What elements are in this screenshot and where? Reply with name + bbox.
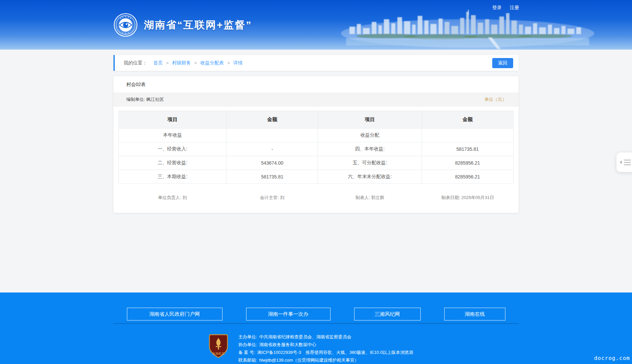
breadcrumb-detail[interactable]: 详情 (233, 60, 243, 66)
footer-info-lines: 主办单位:中共湖南省纪律检查委员会、湖南省监察委员会 协办单位:湖南省政务服务和… (238, 333, 413, 364)
breadcrumb-village-finance[interactable]: 村级财务 (172, 60, 191, 66)
row-amount (422, 129, 513, 142)
row-label: 二、经营收益: (119, 156, 227, 170)
breadcrumb-separator: > (227, 60, 230, 65)
row-amount: 8285956.21 (422, 170, 513, 184)
report-unit-row: 编制单位: 枫江社区 单位（元） (113, 92, 519, 107)
footer-co-organizer: 协办单位:湖南省政务服务和大数据中心 (238, 341, 413, 348)
footer-contact-email: 联系邮箱:hlwjdb@139.com（仅受理网站建设维护相关事宜） (238, 356, 413, 364)
row-amount: 543674.00 (227, 156, 318, 170)
auth-links: 登录 注册 (492, 5, 519, 11)
chevron-left-icon (620, 161, 622, 164)
brand: 湖南省“互联网+监督” (113, 13, 252, 37)
col-header-amount: 金额 (422, 111, 513, 129)
table-row: 三、本期收益: 581735.81 六、年末未分配收益: 8285956.21 (119, 170, 514, 184)
government-badge-icon: 党政机关 (208, 333, 230, 360)
site-header: 湖南省“互联网+监督” 登录 注册 (0, 0, 632, 50)
footer-divider (113, 323, 519, 324)
row-label: 六、年末未分配收益: (318, 170, 422, 184)
row-amount: 8285956.21 (422, 156, 513, 170)
table-row: 一、经营收入: - 四、本年收益: 581735.81 (119, 142, 514, 156)
currency-note: 单位（元） (484, 96, 506, 103)
col-header-item: 项目 (318, 111, 422, 129)
row-amount: - (227, 142, 318, 156)
row-label: 本年收益 (119, 129, 227, 142)
row-label: 三、本期收益: (119, 170, 227, 184)
income-distribution-table: 项目 金额 项目 金额 本年收益 收益分配 一、经营收入: - 四、本年收益: … (119, 111, 514, 184)
footer-link-hunan-online[interactable]: 湖南在线 (444, 308, 505, 320)
row-label: 四、本年收益: (318, 142, 422, 156)
footer-links: 湖南省人民政府门户网 湖南一件事一次办 三湘风纪网 湖南在线 (113, 292, 519, 320)
table-row: 二、经营收益: 543674.00 五、可分配收益: 8285956.21 (119, 156, 514, 170)
row-amount (227, 129, 318, 142)
breadcrumb-label: 我的位置： (124, 60, 147, 66)
badge-text: 党政机关 (212, 352, 224, 355)
back-button[interactable]: 返回 (492, 58, 513, 68)
login-link[interactable]: 登录 (492, 5, 502, 11)
table-maker: 制表人: 郭立辉 (318, 195, 422, 201)
menu-icon (624, 158, 631, 167)
report-title: 村会02表 (113, 76, 519, 92)
table-row: 本年收益 收益分配 (119, 129, 514, 142)
watermark: docrog.com (594, 355, 630, 361)
breadcrumb-separator: > (166, 60, 169, 65)
breadcrumb-home[interactable]: 首页 (153, 60, 163, 66)
side-panel-toggle[interactable] (616, 152, 632, 172)
table-date: 制表日期: 2025年05月31日 (422, 195, 514, 201)
col-header-amount: 金额 (227, 111, 318, 129)
row-label: 收益分配 (318, 129, 422, 142)
footer-info: 党政机关 主办单位:中共湖南省纪律检查委员会、湖南省监察委员会 协办单位:湖南省… (208, 333, 424, 364)
accounting-supervisor: 会计主管: 刘 (226, 195, 318, 201)
footer-link-one-thing-once[interactable]: 湖南一件事一次办 (246, 308, 331, 320)
row-label: 一、经营收入: (119, 142, 227, 156)
table-header-row: 项目 金额 项目 金额 (119, 111, 514, 129)
footer-link-hunan-gov-portal[interactable]: 湖南省人民政府门户网 (127, 308, 222, 320)
signers-row: 单位负责人: 刘 会计主管: 刘 制表人: 郭立辉 制表日期: 2025年05月… (119, 184, 514, 201)
col-header-item: 项目 (119, 111, 227, 129)
compiling-unit: 编制单位: 枫江社区 (126, 96, 164, 103)
footer-host-unit: 主办单位:中共湖南省纪律检查委员会、湖南省监察委员会 (238, 333, 413, 341)
site-title: 湖南省“互联网+监督” (144, 18, 252, 32)
site-footer: 湖南省人民政府门户网 湖南一件事一次办 三湘风纪网 湖南在线 党政机关 主办单位… (0, 292, 632, 364)
row-amount: 581735.81 (227, 170, 318, 184)
footer-link-sanxiang-fengji[interactable]: 三湘风纪网 (354, 308, 421, 320)
breadcrumb-bar: 我的位置： 首页 > 村级财务 > 收益分配表 > 详情 返回 (113, 55, 519, 71)
report-card: 村会02表 编制单位: 枫江社区 单位（元） 项目 金额 项目 金额 本年收益 … (113, 76, 519, 213)
row-amount: 581735.81 (422, 142, 513, 156)
site-logo-eye-icon (113, 13, 138, 37)
breadcrumb-income-distribution[interactable]: 收益分配表 (200, 60, 224, 66)
footer-icp-number: 备 案 号:湘ICP备10022939号-3 推荐使用谷歌、火狐、360极速、I… (238, 348, 413, 356)
unit-responsible: 单位负责人: 刘 (119, 195, 226, 201)
register-link[interactable]: 注册 (510, 5, 519, 11)
breadcrumb-separator: > (194, 60, 197, 65)
row-label: 五、可分配收益: (318, 156, 422, 170)
